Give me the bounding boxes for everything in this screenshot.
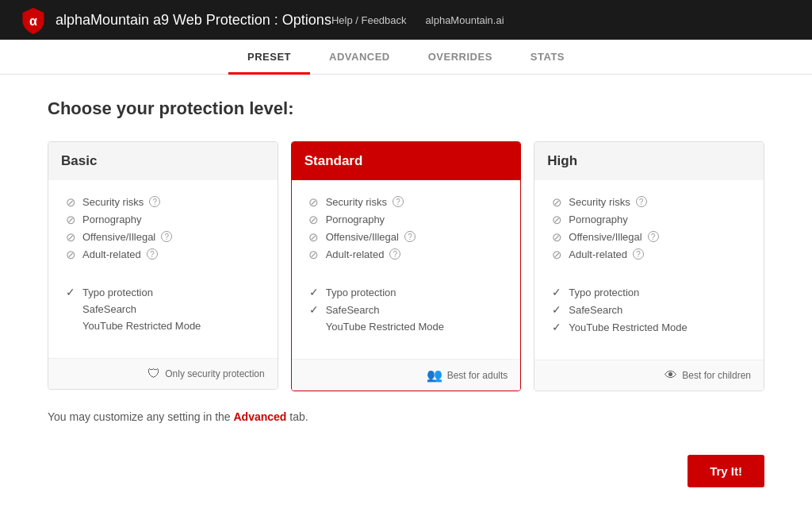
block-icon: ⊘ xyxy=(308,213,320,225)
info-icon[interactable]: ? xyxy=(633,248,644,260)
list-item: YouTube Restricted Mode xyxy=(308,318,505,335)
try-it-container: Try It! xyxy=(48,455,764,487)
check-icon: ✓ xyxy=(550,303,563,316)
help-link[interactable]: Help / Feedback xyxy=(331,14,407,26)
shield-icon: 🛡 xyxy=(147,367,160,381)
try-it-button[interactable]: Try It! xyxy=(688,455,764,487)
info-icon[interactable]: ? xyxy=(161,231,172,242)
basic-checked-features: ✓ Typo protection SafeSearch YouTube Res… xyxy=(64,283,262,334)
block-icon: ⊘ xyxy=(308,248,320,260)
info-icon[interactable]: ? xyxy=(389,248,400,260)
tab-stats[interactable]: STATS xyxy=(511,40,584,74)
list-item: ⊘ Adult-related ? xyxy=(64,245,262,263)
list-item: ✓ Typo protection xyxy=(308,283,505,301)
site-link[interactable]: alphaMountain.ai xyxy=(426,14,504,26)
list-item: ⊘ Pornography xyxy=(308,210,505,228)
info-icon[interactable]: ? xyxy=(636,196,647,207)
card-standard[interactable]: Standard ⊘ Security risks ? ⊘ Pornograph… xyxy=(291,141,522,391)
info-icon[interactable]: ? xyxy=(393,196,404,207)
basic-blocked-features: ⊘ Security risks ? ⊘ Pornography ⊘ Offen… xyxy=(64,193,262,263)
standard-blocked-features: ⊘ Security risks ? ⊘ Pornography ⊘ Offen… xyxy=(308,193,505,263)
list-item: ⊘ Pornography xyxy=(64,210,262,228)
list-item: ⊘ Offensive/Illegal ? xyxy=(550,228,748,245)
logo: α alphaMountain a9 Web Protection : Opti… xyxy=(19,6,331,34)
check-icon: ✓ xyxy=(550,321,563,333)
eye-icon: 👁 xyxy=(665,368,677,383)
list-item: SafeSearch xyxy=(64,301,262,318)
list-item: ⊘ Offensive/Illegal ? xyxy=(308,228,505,245)
app-header: α alphaMountain a9 Web Protection : Opti… xyxy=(0,0,812,40)
list-item: ⊘ Security risks ? xyxy=(550,193,748,210)
tab-preset[interactable]: PRESET xyxy=(228,40,310,74)
tab-overrides[interactable]: OVERRIDES xyxy=(409,40,511,74)
header-links: Help / Feedback alphaMountain.ai xyxy=(331,14,504,26)
card-high-body: ⊘ Security risks ? ⊘ Pornography ⊘ Offen… xyxy=(534,180,764,360)
card-standard-body: ⊘ Security risks ? ⊘ Pornography ⊘ Offen… xyxy=(292,180,521,359)
card-standard-header: Standard xyxy=(292,142,521,180)
check-icon: ✓ xyxy=(308,286,320,298)
list-item: YouTube Restricted Mode xyxy=(64,318,262,334)
block-icon: ⊘ xyxy=(308,195,320,208)
block-icon: ⊘ xyxy=(64,248,77,260)
block-icon: ⊘ xyxy=(550,195,563,208)
block-icon: ⊘ xyxy=(64,195,77,208)
list-item: ⊘ Offensive/Illegal ? xyxy=(64,228,262,245)
app-title: alphaMountain a9 Web Protection : Option… xyxy=(56,12,331,29)
check-icon: ✓ xyxy=(308,303,320,316)
list-item: ⊘ Pornography xyxy=(550,210,748,228)
card-basic-body: ⊘ Security risks ? ⊘ Pornography ⊘ Offen… xyxy=(48,180,278,358)
high-blocked-features: ⊘ Security risks ? ⊘ Pornography ⊘ Offen… xyxy=(550,193,748,263)
block-icon: ⊘ xyxy=(550,230,563,243)
info-icon[interactable]: ? xyxy=(404,231,416,242)
card-basic-footer: 🛡 Only security protection xyxy=(48,358,278,389)
standard-checked-features: ✓ Typo protection ✓ SafeSearch YouTube R… xyxy=(308,283,505,335)
list-item: ✓ SafeSearch xyxy=(308,301,505,318)
list-item: ⊘ Security risks ? xyxy=(64,193,262,210)
list-item: ⊘ Security risks ? xyxy=(308,193,505,210)
block-icon: ⊘ xyxy=(64,230,77,243)
check-icon: ✓ xyxy=(64,286,77,298)
list-item: ✓ Typo protection xyxy=(64,283,262,301)
tab-advanced[interactable]: ADVANCED xyxy=(310,40,409,74)
card-standard-footer: 👥 Best for adults xyxy=(292,359,521,391)
info-icon[interactable]: ? xyxy=(147,248,158,260)
card-basic-header: Basic xyxy=(48,142,278,180)
list-item: ⊘ Adult-related ? xyxy=(308,245,505,263)
main-content: Choose your protection level: Basic ⊘ Se… xyxy=(0,75,812,508)
info-icon[interactable]: ? xyxy=(149,196,160,207)
logo-icon: α xyxy=(19,6,48,34)
nav-tabs: PRESET ADVANCED OVERRIDES STATS xyxy=(0,40,812,75)
list-item: ⊘ Adult-related ? xyxy=(550,245,748,263)
check-icon: ✓ xyxy=(550,286,563,298)
card-high-footer: 👁 Best for children xyxy=(534,360,764,391)
card-high-header: High xyxy=(534,142,764,180)
people-icon: 👥 xyxy=(427,368,442,383)
block-icon: ⊘ xyxy=(308,230,320,243)
block-icon: ⊘ xyxy=(550,248,563,260)
block-icon: ⊘ xyxy=(550,213,563,225)
list-item: ✓ SafeSearch xyxy=(550,301,748,318)
cards-container: Basic ⊘ Security risks ? ⊘ Pornography ⊘ xyxy=(48,141,764,391)
block-icon: ⊘ xyxy=(64,213,77,225)
page-title: Choose your protection level: xyxy=(48,98,764,119)
svg-text:α: α xyxy=(29,13,37,28)
list-item: ✓ Typo protection xyxy=(550,283,748,301)
advanced-link[interactable]: Advanced xyxy=(234,410,287,423)
card-high[interactable]: High ⊘ Security risks ? ⊘ Pornography ⊘ xyxy=(534,141,764,391)
list-item: ✓ YouTube Restricted Mode xyxy=(550,318,748,336)
info-icon[interactable]: ? xyxy=(648,231,659,242)
high-checked-features: ✓ Typo protection ✓ SafeSearch ✓ YouTube… xyxy=(550,283,748,336)
card-basic[interactable]: Basic ⊘ Security risks ? ⊘ Pornography ⊘ xyxy=(48,141,278,390)
bottom-note: You may customize any setting in the Adv… xyxy=(48,410,764,423)
